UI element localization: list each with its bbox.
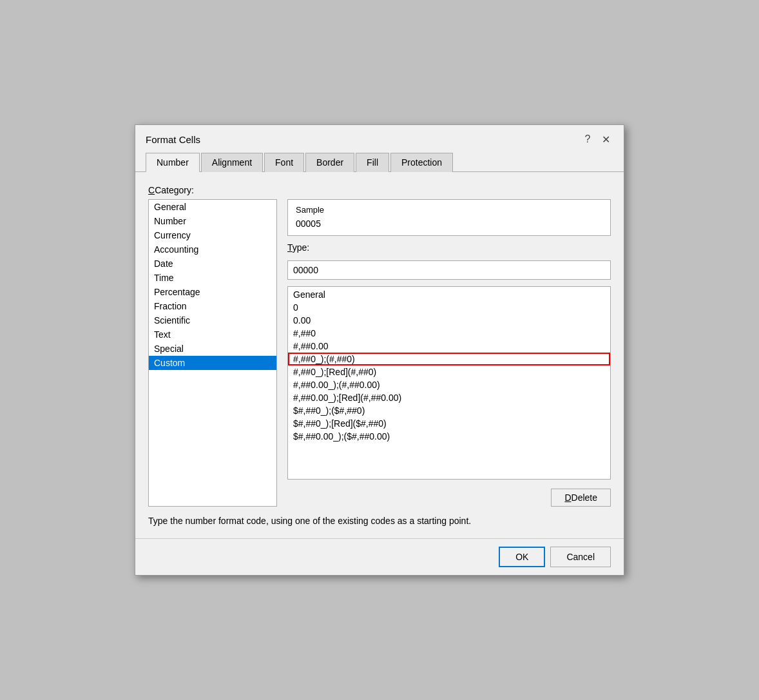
tab-protection[interactable]: Protection <box>390 153 453 172</box>
tabs-bar: Number Alignment Font Border Fill Protec… <box>135 147 624 172</box>
category-item-time[interactable]: Time <box>149 271 276 285</box>
dialog-content: CCategory: General Number Currency Accou… <box>135 172 624 538</box>
description: Type the number format code, using one o… <box>148 514 611 528</box>
delete-button[interactable]: DDelete <box>551 489 611 507</box>
dialog-title: Format Cells <box>146 134 200 145</box>
ok-button[interactable]: OK <box>499 547 545 567</box>
sample-section: Sample 00005 <box>287 199 611 236</box>
category-item-accounting[interactable]: Accounting <box>149 242 276 257</box>
format-item-hash##0.00-red[interactable]: #,##0.00_);[Red](#,##0.00) <box>288 391 610 404</box>
type-input[interactable] <box>287 260 611 280</box>
category-item-percentage[interactable]: Percentage <box>149 285 276 299</box>
close-button[interactable]: ✕ <box>598 131 613 147</box>
delete-row: DDelete <box>287 489 611 507</box>
sample-label: Sample <box>296 205 602 215</box>
format-item-hash##0.00-paren[interactable]: #,##0.00_);(#,##0.00) <box>288 378 610 391</box>
format-item-hash##0[interactable]: #,##0 <box>288 327 610 340</box>
category-item-fraction[interactable]: Fraction <box>149 299 276 313</box>
category-item-special[interactable]: Special <box>149 342 276 356</box>
category-item-general[interactable]: General <box>149 200 276 214</box>
format-list[interactable]: General 0 0.00 #,##0 #,##0.00 #,##0_);(#… <box>288 287 610 479</box>
help-button[interactable]: ? <box>580 131 595 147</box>
category-item-text[interactable]: Text <box>149 327 276 342</box>
category-label: CCategory: <box>148 185 611 195</box>
cancel-button[interactable]: Cancel <box>550 547 611 567</box>
format-cells-dialog: Format Cells ? ✕ Number Alignment Font B… <box>135 124 624 576</box>
tab-border[interactable]: Border <box>305 153 354 172</box>
format-item-hash##0-red[interactable]: #,##0_);[Red](#,##0) <box>288 365 610 378</box>
type-label: Type: <box>287 242 611 253</box>
bottom-bar: OK Cancel <box>135 538 624 575</box>
tab-fill[interactable]: Fill <box>356 153 389 172</box>
format-item-0.00[interactable]: 0.00 <box>288 314 610 327</box>
main-row: General Number Currency Accounting Date … <box>148 199 611 507</box>
format-item-hash##0.00[interactable]: #,##0.00 <box>288 340 610 353</box>
tab-alignment[interactable]: Alignment <box>201 153 263 172</box>
format-item-general[interactable]: General <box>288 288 610 301</box>
sample-value: 00005 <box>296 217 602 230</box>
tab-font[interactable]: Font <box>264 153 304 172</box>
format-list-container: General 0 0.00 #,##0 #,##0.00 #,##0_);(#… <box>287 286 611 480</box>
category-item-currency[interactable]: Currency <box>149 228 276 242</box>
format-item-dollar##0.00[interactable]: $#,##0.00_);($#,##0.00) <box>288 430 610 443</box>
category-item-number[interactable]: Number <box>149 214 276 228</box>
category-item-scientific[interactable]: Scientific <box>149 313 276 327</box>
tab-number[interactable]: Number <box>146 153 200 172</box>
category-item-date[interactable]: Date <box>149 257 276 271</box>
format-item-dollar##0[interactable]: $#,##0_);($#,##0) <box>288 404 610 417</box>
format-item-hash##0-paren[interactable]: #,##0_);(#,##0) <box>288 353 610 365</box>
category-item-custom[interactable]: Custom <box>149 356 276 370</box>
format-item-dollar##0-red[interactable]: $#,##0_);[Red]($#,##0) <box>288 417 610 430</box>
right-panel: Sample 00005 Type: General 0 0.00 #,##0 <box>287 199 611 507</box>
title-bar: Format Cells ? ✕ <box>135 125 624 147</box>
category-list[interactable]: General Number Currency Accounting Date … <box>148 199 277 507</box>
format-item-0[interactable]: 0 <box>288 301 610 314</box>
title-buttons: ? ✕ <box>580 131 613 147</box>
